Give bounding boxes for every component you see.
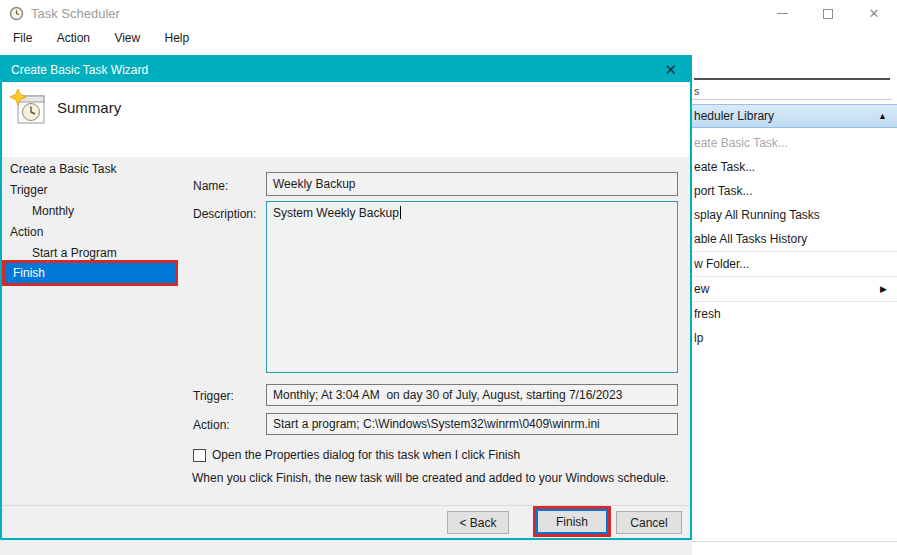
action-display-all-running-tasks[interactable]: splay All Running Tasks	[692, 203, 897, 227]
action-create-basic-task: eate Basic Task...	[692, 131, 897, 155]
action-view[interactable]: ew ▶	[692, 277, 897, 301]
cancel-button[interactable]: Cancel	[616, 511, 682, 534]
action-value: Start a program; C:\Windows\System32\win…	[273, 417, 600, 431]
panel-divider	[694, 78, 890, 80]
trigger-summary-field: Monthly; At 3:04 AM on day 30 of July, A…	[266, 384, 678, 406]
step-create-a-basic-task[interactable]: Create a Basic Task	[2, 159, 192, 180]
step-trigger[interactable]: Trigger	[2, 180, 192, 201]
name-value: Weekly Backup	[273, 177, 355, 191]
dialog-step-title: Summary	[57, 99, 121, 116]
window-controls: ✕	[759, 0, 897, 27]
menu-view[interactable]: View	[110, 28, 144, 48]
dialog-body: Create a Basic Task Trigger Monthly Acti…	[2, 157, 690, 538]
panel-divider	[692, 541, 897, 542]
finish-note: When you click Finish, the new task will…	[192, 471, 669, 485]
window-titlebar: Task Scheduler ✕	[0, 0, 897, 27]
clock-icon	[9, 6, 24, 21]
task-wizard-icon	[9, 88, 47, 130]
action-create-task[interactable]: eate Task...	[692, 155, 897, 179]
description-label: Description:	[193, 207, 256, 221]
submenu-arrow-icon: ▶	[880, 277, 897, 301]
actions-group-scheduler-library[interactable]: heduler Library ▲	[692, 104, 897, 128]
action-new-folder[interactable]: w Folder...	[692, 252, 897, 276]
task-scheduler-window: Task Scheduler ✕ File Action View Help s…	[0, 0, 897, 555]
step-finish[interactable]: Finish	[5, 263, 175, 283]
finish-button-annotation-box: Finish	[533, 506, 611, 537]
action-view-label: ew	[694, 277, 880, 301]
step-action[interactable]: Action	[2, 222, 192, 243]
minimize-icon	[777, 13, 788, 14]
open-properties-checkbox-label: Open the Properties dialog for this task…	[212, 448, 520, 462]
name-input[interactable]: Weekly Backup	[266, 172, 678, 196]
group-label: heduler Library	[694, 109, 878, 123]
maximize-icon	[823, 9, 833, 19]
minimize-button[interactable]	[759, 0, 805, 27]
text-caret	[400, 206, 401, 219]
window-title: Task Scheduler	[31, 6, 120, 21]
menu-action[interactable]: Action	[53, 28, 94, 48]
panel-header-divider	[692, 99, 892, 100]
action-refresh[interactable]: fresh	[692, 302, 897, 326]
action-enable-all-tasks-history[interactable]: able All Tasks History	[692, 227, 897, 251]
dialog-close-icon[interactable]: ✕	[660, 62, 681, 77]
window-background	[0, 540, 692, 555]
maximize-button[interactable]	[805, 0, 851, 27]
name-label: Name:	[193, 179, 228, 193]
description-input[interactable]: System Weekly Backup	[266, 201, 678, 373]
create-basic-task-wizard-dialog: Create Basic Task Wizard ✕ Summary Creat…	[0, 55, 692, 540]
finish-button[interactable]: Finish	[536, 509, 608, 534]
menu-bar: File Action View Help	[0, 28, 897, 50]
collapse-arrow-icon[interactable]: ▲	[878, 111, 887, 121]
description-value: System Weekly Backup	[273, 206, 399, 220]
open-properties-checkbox[interactable]	[193, 449, 206, 462]
close-button[interactable]: ✕	[851, 0, 897, 27]
trigger-value: Monthly; At 3:04 AM on day 30 of July, A…	[273, 388, 622, 402]
trigger-label: Trigger:	[193, 389, 234, 403]
menu-help[interactable]: Help	[161, 28, 194, 48]
step-monthly[interactable]: Monthly	[2, 201, 192, 222]
dialog-titlebar[interactable]: Create Basic Task Wizard ✕	[2, 57, 690, 82]
close-icon: ✕	[869, 6, 880, 21]
action-summary-field: Start a program; C:\Windows\System32\win…	[266, 413, 678, 435]
actions-list: eate Basic Task... eate Task... port Tas…	[692, 131, 897, 350]
action-label: Action:	[193, 418, 230, 432]
dialog-title: Create Basic Task Wizard	[11, 63, 148, 77]
actions-header-fragment: s	[694, 85, 700, 97]
wizard-steps: Create a Basic Task Trigger Monthly Acti…	[2, 159, 192, 286]
dialog-header: Summary	[2, 82, 690, 157]
open-properties-checkbox-row: Open the Properties dialog for this task…	[193, 448, 520, 462]
action-import-task[interactable]: port Task...	[692, 179, 897, 203]
menu-file[interactable]: File	[9, 28, 36, 48]
back-button[interactable]: < Back	[447, 511, 509, 534]
actions-panel: s heduler Library ▲ eate Basic Task... e…	[692, 55, 897, 555]
action-help[interactable]: lp	[692, 326, 897, 350]
